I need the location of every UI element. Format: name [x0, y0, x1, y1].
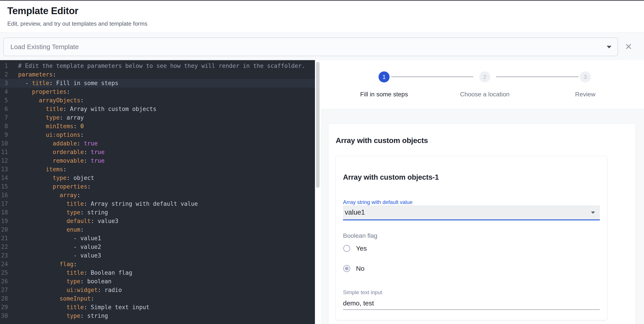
editor-line: 21 - value1 [0, 234, 315, 243]
line-number: 5 [0, 96, 8, 105]
editor-line: 2parameters: [0, 70, 315, 79]
code-text: type: string [8, 312, 108, 320]
line-number: 24 [0, 260, 8, 268]
editor-line: 30 type: string [0, 312, 315, 320]
radio-checked-icon [343, 265, 350, 272]
editor-scrollbar-track[interactable] [315, 60, 321, 324]
text-field-underline [343, 309, 600, 310]
text-field-label: Simple text input [343, 289, 382, 295]
radio-dot [345, 267, 348, 270]
code-text: properties: [8, 182, 91, 191]
load-template-row: Load Existing Template ✕ [0, 33, 644, 60]
page-subtitle: Edit, preview, and try out templates and… [7, 21, 147, 27]
radio-option-no[interactable]: No [343, 264, 364, 273]
code-text: someInput: [8, 294, 94, 303]
code-text: title: Array with custom objects [8, 105, 156, 113]
code-text: # Edit the template parameters below to … [8, 62, 305, 70]
editor-line: 15 properties: [0, 182, 315, 191]
editor-line: 5 arrayObjects: [0, 96, 315, 105]
editor-line: 29 title: Simple text input [0, 303, 315, 312]
template-preview-panel: 1Fill in some steps2Choose a location3Re… [321, 60, 644, 324]
select-caret-icon [591, 211, 595, 214]
step-form-card: Array with custom objects Array with cus… [328, 124, 636, 324]
line-number: 28 [0, 294, 8, 303]
line-number: 10 [0, 139, 8, 148]
code-text: minItems: 0 [8, 122, 84, 131]
line-number: 4 [0, 88, 8, 96]
array-item-card: Array with custom objects-1 Array string… [336, 156, 607, 320]
editor-line: 18 type: string [0, 208, 315, 217]
code-text: arrayObjects: [8, 96, 84, 105]
remove-array-item-button[interactable] [616, 236, 628, 247]
line-number: 8 [0, 122, 8, 131]
editor-line: 19 default: value3 [0, 217, 315, 225]
stepper-connector [391, 77, 473, 77]
line-number: 1 [0, 62, 8, 70]
editor-scrollbar-thumb[interactable] [316, 62, 320, 188]
line-number: 18 [0, 208, 8, 217]
simple-text-input[interactable]: demo, test [343, 299, 374, 307]
line-number: 12 [0, 156, 8, 165]
line-number: 11 [0, 148, 8, 156]
code-text: type: boolean [8, 277, 112, 286]
step-label-1: Fill in some steps [360, 91, 408, 98]
editor-line: 13 items: [0, 165, 315, 174]
editor-line: 10 addable: true [0, 139, 315, 148]
code-text: enum: [8, 225, 84, 234]
select-field-value: value1 [345, 205, 365, 219]
editor-line: 17 title: Array string with default valu… [0, 200, 315, 208]
code-text: title: Simple text input [8, 303, 150, 312]
code-text: - value2 [8, 243, 101, 251]
code-text: parameters: [8, 70, 56, 79]
line-number: 17 [0, 200, 8, 208]
code-text: items: [8, 165, 66, 174]
code-text: removable: true [8, 156, 104, 165]
code-text: title: Array string with default value [8, 200, 198, 208]
template-editor-page: { "header": { "title": "Template Editor"… [0, 0, 644, 324]
load-existing-template-select[interactable]: Load Existing Template [3, 38, 618, 56]
select-field-label: Array string with default value [343, 199, 412, 205]
editor-line: 7 type: array [0, 113, 315, 122]
dropdown-caret-icon [607, 46, 612, 48]
code-text: - value3 [8, 251, 101, 260]
load-select-placeholder: Load Existing Template [10, 38, 79, 56]
line-number: 14 [0, 174, 8, 182]
code-text: type: array [8, 113, 84, 122]
editor-line: 26 type: boolean [0, 277, 315, 286]
line-number: 21 [0, 234, 8, 243]
step-circle-1: 1 [378, 71, 390, 82]
line-number: 7 [0, 113, 8, 122]
radio-group-label: Boolean flag [343, 232, 378, 239]
line-number: 6 [0, 105, 8, 113]
code-text: type: object [8, 174, 94, 182]
line-number: 22 [0, 243, 8, 251]
code-text: - title: Fill in some steps [8, 79, 118, 88]
line-number: 26 [0, 277, 8, 286]
yaml-code-editor[interactable]: 1# Edit the template parameters below to… [0, 60, 315, 324]
line-number: 25 [0, 268, 8, 277]
form-section-title: Array with custom objects [336, 136, 428, 145]
line-number: 13 [0, 165, 8, 174]
close-icon[interactable]: ✕ [622, 40, 636, 54]
page-header: Template Editor Edit, preview, and try o… [0, 1, 644, 32]
editor-line: 23 - value3 [0, 251, 315, 260]
code-text: default: value3 [8, 217, 118, 225]
radio-option-yes[interactable]: Yes [343, 243, 367, 253]
step-label-2: Choose a location [460, 91, 510, 98]
code-text: type: string [8, 208, 108, 217]
code-text: flag: [8, 260, 77, 268]
step-circle-3: 3 [580, 71, 591, 82]
code-text: ui:widget: radio [8, 286, 122, 294]
editor-line: 16 array: [0, 191, 315, 200]
editor-line: 25 title: Boolean flag [0, 268, 315, 277]
line-number: 30 [0, 312, 8, 320]
radio-unchecked-icon [343, 245, 350, 252]
line-number: 15 [0, 182, 8, 191]
line-number: 16 [0, 191, 8, 200]
line-number: 19 [0, 217, 8, 225]
kebab-menu-icon[interactable] [623, 9, 634, 25]
line-number: 23 [0, 251, 8, 260]
stepper-connector [496, 77, 579, 77]
line-number: 3 [0, 79, 8, 88]
array-string-select[interactable]: value1 [343, 205, 600, 220]
